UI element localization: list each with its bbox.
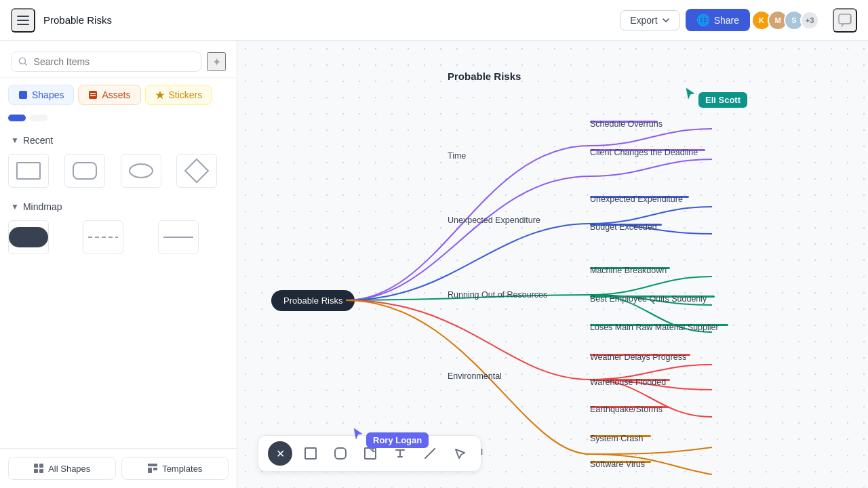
cursor-arrow-eli [685, 87, 696, 100]
search-input-wrap[interactable] [11, 52, 201, 72]
mindmap-shapes-grid [8, 218, 229, 262]
all-shapes-icon [33, 463, 44, 474]
svg-rect-1 [17, 20, 29, 21]
shapes-tab-label: Shapes [32, 89, 64, 100]
doc-title: Probable Risks [43, 14, 112, 26]
mindmap-solid-line[interactable] [158, 220, 199, 254]
search-input[interactable] [34, 56, 194, 67]
shapes-tab-icon [18, 90, 28, 100]
svg-marker-9 [155, 91, 164, 99]
mindmap-node[interactable] [8, 220, 49, 254]
templates-icon [147, 463, 158, 474]
collaborator-avatars: K M S +3 [755, 10, 819, 30]
svg-rect-3 [839, 14, 851, 24]
sidebar: ✦ Shapes Assets [0, 41, 237, 488]
svg-rect-2 [17, 24, 29, 25]
svg-rect-16 [153, 468, 157, 470]
shape-ellipse[interactable] [121, 154, 161, 188]
shape-diamond[interactable] [176, 154, 217, 188]
menu-button[interactable] [11, 8, 35, 33]
sidebar-bottom: All Shapes Templates [0, 448, 237, 488]
rect-tool-icon [304, 447, 317, 460]
shape-rounded-rect[interactable] [64, 154, 105, 188]
branch-system-crash: System Crash [590, 434, 651, 437]
share-label: Share [714, 15, 739, 26]
tab-assets[interactable]: Assets [78, 85, 140, 105]
close-tool-button[interactable]: ✕ [268, 441, 292, 466]
mindmap-label: Mindmap [23, 201, 62, 212]
rect-tool-button[interactable] [299, 442, 322, 465]
branch-software-virus: Software Virus [590, 460, 651, 463]
search-row: ✦ [11, 52, 226, 72]
branch-warehouse: Warehouse Flooded [590, 378, 670, 381]
branch-schedule-overruns: Schedule Overruns [590, 119, 658, 123]
all-shapes-label: All Shapes [48, 464, 90, 474]
avatar-more: +3 [800, 11, 819, 30]
pin-button[interactable]: ✦ [207, 52, 226, 71]
stickers-tab-icon [155, 90, 165, 100]
main-layout: ✦ Shapes Assets [0, 41, 868, 488]
comment-icon [837, 13, 852, 28]
header: Probable Risks Export 🌐 Share K M S +3 [0, 0, 868, 41]
branch-earthquake: Earthquake/Storms [590, 405, 669, 408]
templates-label: Templates [162, 464, 202, 474]
svg-rect-13 [39, 469, 43, 473]
cursor-arrow-rory [353, 427, 363, 441]
tab-shapes[interactable]: Shapes [8, 85, 74, 105]
rounded-rect-tool-icon [334, 447, 347, 460]
canvas-area[interactable]: Probable Risks Probable Risks [237, 41, 868, 488]
branch-employee-quits: Best Employee Quits Suddenly [590, 294, 715, 298]
mindmap-dash-line[interactable] [83, 220, 123, 254]
sub-tabs [0, 112, 237, 124]
recent-section-header[interactable]: ▼ Recent [8, 129, 229, 151]
mindmap-section-header[interactable]: ▼ Mindmap [8, 196, 229, 218]
mindmap-chevron: ▼ [11, 202, 19, 211]
branch-unexpected-exp: Unexpected Expenditure [590, 195, 689, 198]
stickers-tab-label: Stickers [169, 89, 203, 100]
line-tool-icon [423, 447, 437, 460]
sub-tab-2[interactable] [30, 115, 47, 121]
svg-rect-17 [305, 448, 316, 459]
export-button[interactable]: Export [620, 10, 679, 30]
assets-tab-label: Assets [102, 89, 130, 100]
text-tool-icon [393, 447, 407, 460]
svg-rect-10 [34, 464, 38, 468]
svg-rect-11 [39, 464, 43, 468]
all-shapes-button[interactable]: All Shapes [8, 457, 116, 480]
svg-rect-15 [148, 468, 152, 473]
share-button[interactable]: 🌐 Share [686, 9, 750, 31]
svg-rect-19 [365, 448, 376, 459]
chevron-down-icon [662, 16, 670, 24]
cursor-label-eli: Eli Scott [698, 92, 747, 108]
svg-rect-18 [335, 448, 346, 459]
search-icon [18, 56, 28, 67]
templates-button[interactable]: Templates [121, 457, 229, 480]
assets-tab-icon [88, 90, 98, 100]
sub-tab-1[interactable] [8, 115, 26, 121]
pointer-tool-icon [453, 447, 467, 460]
cursor-rory: Rory Logan [353, 427, 429, 448]
cursor-label-rory: Rory Logan [366, 432, 429, 448]
svg-rect-12 [34, 469, 38, 473]
tab-stickers[interactable]: Stickers [145, 85, 213, 105]
shape-rect[interactable] [8, 154, 49, 188]
branch-raw-material: Loses Main Raw Material Supplier [590, 323, 728, 326]
branch-budget-exceeded: Budget Exceeded [590, 222, 662, 226]
recent-chevron: ▼ [11, 136, 19, 145]
category-time: Time [448, 151, 466, 161]
recent-label: Recent [23, 135, 53, 146]
export-label: Export [630, 15, 657, 26]
recent-shapes-grid [8, 151, 229, 196]
branch-machine-breakdown: Machine Breakdown [590, 266, 670, 269]
header-actions: Export 🌐 Share K M S +3 [620, 8, 857, 33]
rounded-tool-button[interactable] [329, 442, 352, 465]
pointer-tool-button[interactable] [448, 442, 471, 465]
shapes-content: ▼ Recent ▼ Mindmap [0, 124, 237, 448]
comment-button[interactable] [833, 8, 857, 33]
cursor-eli: Eli Scott [685, 87, 747, 108]
branch-client-changes: Client Changes the Deadline [590, 148, 705, 151]
category-resources: Running Out of Resources [448, 290, 547, 300]
svg-rect-7 [90, 93, 96, 94]
note-tool-icon [363, 447, 377, 460]
category-environmental: Environmental [448, 371, 502, 381]
